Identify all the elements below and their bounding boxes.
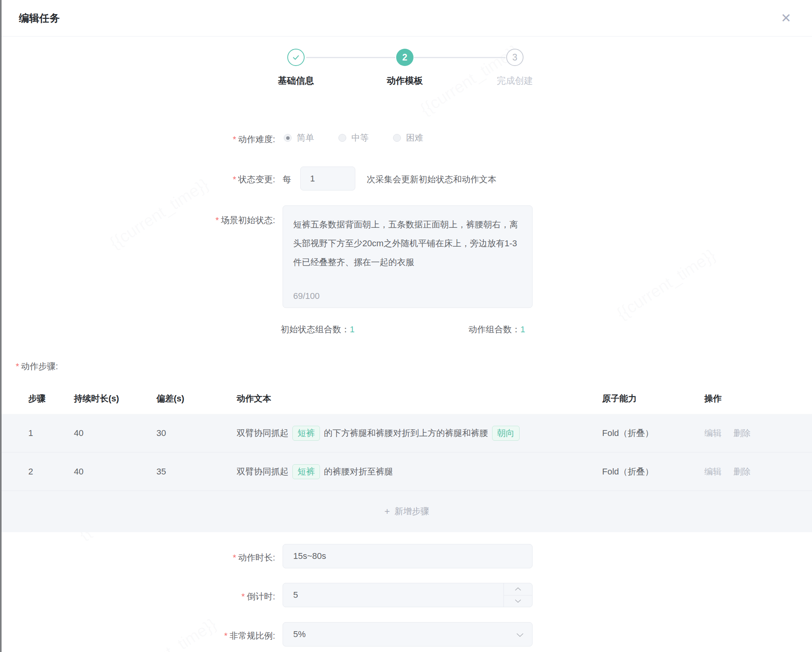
countdown-input[interactable]: 5 [283, 583, 533, 607]
radio-option-hard[interactable]: 困难 [393, 132, 423, 144]
unusual-ratio-value: 5% [293, 629, 306, 639]
required-mark: * [233, 134, 236, 144]
step-connector [306, 57, 395, 58]
scene-init-textarea[interactable]: 短裤五条数据背面朝上，五条数据正面朝上，裤腰朝右，离头部视野下方至少20cm之外… [283, 205, 533, 308]
action-steps-label: *动作步骤: [16, 361, 58, 372]
watermark: {{current_time}} [613, 245, 719, 323]
cell-step: 2 [28, 452, 33, 491]
delete-action[interactable]: 删除 [733, 466, 751, 478]
cell-operations: 编辑删除 [704, 452, 762, 491]
chevron-down-icon [515, 599, 521, 603]
step-circle-1 [287, 49, 305, 66]
edit-task-dialog: {{current_time}} {{current_time}} {{curr… [0, 0, 812, 652]
cell-operations: 编辑删除 [704, 414, 762, 452]
entity-tag[interactable]: 朝向 [492, 426, 520, 441]
duration-input[interactable]: 15s~80s [283, 544, 533, 568]
scene-init-label: *场景初始状态: [63, 214, 275, 226]
cell-deviation: 30 [156, 414, 166, 452]
text-fragment: 的下方裤腿和裤腰对折到上方的裤腿和裤腰 [324, 427, 488, 439]
step-connector [414, 57, 505, 58]
entity-tag[interactable]: 短裤 [292, 464, 320, 479]
countdown-label: *倒计时: [63, 591, 275, 603]
state-change-prefix: 每 [283, 174, 291, 185]
cell-duration: 40 [74, 414, 83, 452]
stepper-down-button[interactable] [504, 595, 532, 607]
radio-option-easy[interactable]: 简单 [284, 132, 314, 144]
table-row: 24035双臂协同抓起短裤的裤腰对折至裤腿Fold（折叠）编辑删除 [2, 452, 812, 491]
add-step-button[interactable]: + 新增步骤 [2, 491, 812, 532]
text-fragment: 双臂协同抓起 [237, 466, 288, 478]
watermark: {{current_time}} [106, 175, 212, 253]
delete-action[interactable]: 删除 [733, 427, 751, 439]
col-header-operations: 操作 [704, 383, 722, 414]
radio-option-medium[interactable]: 中等 [338, 132, 369, 144]
edit-action[interactable]: 编辑 [704, 427, 722, 439]
required-mark: * [16, 361, 19, 371]
dialog-title: 编辑任务 [19, 0, 60, 36]
radio-label: 中等 [351, 132, 369, 144]
table-body: 14030双臂协同抓起短裤的下方裤腿和裤腰对折到上方的裤腿和裤腰朝向Fold（折… [2, 414, 812, 491]
add-step-label: 新增步骤 [395, 505, 429, 517]
cell-duration: 40 [74, 452, 83, 491]
table-row: 14030双臂协同抓起短裤的下方裤腿和裤腰对折到上方的裤腿和裤腰朝向Fold（折… [2, 414, 812, 452]
duration-label: *动作时长: [63, 552, 275, 564]
col-header-deviation: 偏差(s) [156, 383, 184, 414]
text-fragment: 双臂协同抓起 [237, 427, 288, 439]
unusual-ratio-label: *非常规比例: [63, 630, 275, 642]
plus-icon: + [384, 506, 390, 517]
table-band: 14030双臂协同抓起短裤的下方裤腿和裤腰对折到上方的裤腿和裤腰朝向Fold（折… [2, 414, 812, 532]
cell-ability: Fold（折叠） [602, 414, 654, 452]
action-combo-count: 动作组合数：1 [468, 324, 525, 335]
radio-label: 困难 [406, 132, 423, 144]
cell-step: 1 [28, 414, 33, 452]
state-change-input[interactable]: 1 [300, 167, 355, 190]
state-change-label: *状态变更: [63, 174, 275, 185]
radio-label: 简单 [297, 132, 314, 144]
cell-ability: Fold（折叠） [602, 452, 654, 491]
init-combo-value: 1 [350, 324, 355, 334]
required-mark: * [233, 553, 236, 562]
init-combo-count: 初始状态组合数：1 [281, 324, 355, 335]
cell-deviation: 35 [156, 452, 166, 491]
step-label-action-template: 动作模板 [358, 75, 452, 87]
action-combo-value: 1 [520, 324, 525, 334]
select-chevron-down-icon [516, 629, 524, 639]
required-mark: * [241, 592, 245, 601]
entity-tag[interactable]: 短裤 [292, 426, 320, 441]
state-change-suffix: 次采集会更新初始状态和动作文本 [367, 174, 496, 185]
col-header-ability: 原子能力 [602, 383, 637, 414]
countdown-value: 5 [293, 590, 298, 600]
unusual-ratio-select[interactable]: 5% [283, 622, 533, 647]
cell-action-text: 双臂协同抓起短裤的裤腰对折至裤腿 [237, 452, 592, 491]
col-header-action-text: 动作文本 [237, 383, 592, 414]
col-header-duration: 持续时长(s) [74, 383, 119, 414]
edit-action[interactable]: 编辑 [704, 466, 722, 478]
text-fragment: 的裤腰对折至裤腿 [324, 466, 393, 478]
stepper-up-button[interactable] [504, 583, 532, 595]
required-mark: * [233, 174, 236, 184]
close-icon[interactable]: ✕ [777, 9, 795, 27]
page-edge [0, 0, 2, 652]
required-mark: * [224, 631, 228, 641]
col-header-step: 步骤 [28, 383, 46, 414]
difficulty-label: *动作难度: [63, 134, 275, 145]
scene-init-text: 短裤五条数据背面朝上，五条数据正面朝上，裤腰朝右，离头部视野下方至少20cm之外… [293, 215, 522, 272]
dialog-header: 编辑任务 ✕ [2, 0, 812, 37]
radio-icon [338, 134, 346, 142]
radio-icon [393, 134, 401, 142]
step-circle-2: 2 [396, 49, 413, 66]
char-counter: 69/100 [293, 291, 320, 301]
cell-action-text: 双臂协同抓起短裤的下方裤腿和裤腰对折到上方的裤腿和裤腰朝向 [237, 414, 592, 452]
step-label-basic-info: 基础信息 [249, 75, 343, 87]
number-stepper [503, 583, 532, 607]
difficulty-radio-group: 简单 中等 困难 [284, 132, 448, 144]
chevron-up-icon [515, 587, 521, 591]
step-circle-3: 3 [506, 49, 524, 66]
table-header: 步骤 持续时长(s) 偏差(s) 动作文本 原子能力 操作 [2, 383, 812, 414]
required-mark: * [215, 215, 219, 225]
step-label-finish: 完成创建 [468, 75, 562, 87]
radio-icon [284, 134, 292, 142]
check-icon [292, 53, 300, 62]
